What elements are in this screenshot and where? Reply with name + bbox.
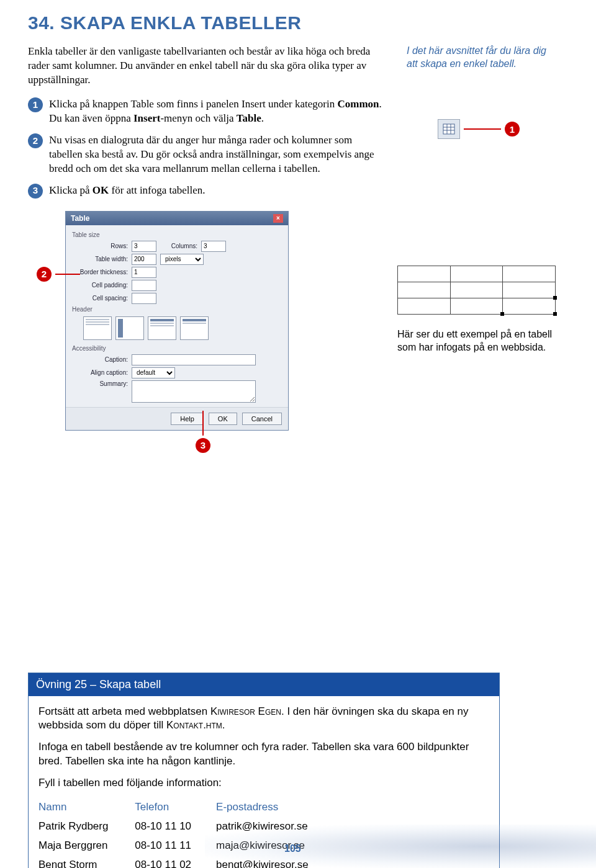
steps-list: 1 Klicka på knappen Table som finns i pa… <box>28 97 382 199</box>
cols-input[interactable] <box>201 241 226 252</box>
callout-badge-3: 3 <box>196 438 210 453</box>
section-header: Header <box>72 306 282 313</box>
exercise-p3: Fyll i tabellen med följande information… <box>38 776 489 790</box>
svg-rect-0 <box>443 124 454 134</box>
footer-graphic <box>205 825 596 868</box>
preset-left[interactable] <box>115 316 144 340</box>
step-2-text: Nu visas en dialogruta där du anger hur … <box>49 133 382 176</box>
table-dialog: Table × Table size Rows: Columns: Table … <box>65 211 289 431</box>
callout-badge-1: 1 <box>505 122 520 136</box>
width-unit-select[interactable]: pixels <box>160 254 204 265</box>
cellpad-label: Cell padding: <box>72 282 128 289</box>
rows-input[interactable] <box>132 241 156 252</box>
callout-2: 2 <box>37 267 80 282</box>
col-phone: Telefon <box>135 798 216 817</box>
step-badge-1: 1 <box>28 97 43 112</box>
caption-label: Caption: <box>72 356 128 363</box>
callout-1: 1 <box>438 119 520 139</box>
cellspace-label: Cell spacing: <box>72 295 128 302</box>
cellspace-input[interactable] <box>132 293 156 304</box>
align-select[interactable]: default <box>132 367 175 378</box>
callout-3: 3 <box>196 411 210 453</box>
align-label: Align caption: <box>72 369 128 376</box>
table-icon[interactable] <box>438 119 460 139</box>
preset-top[interactable] <box>148 316 176 340</box>
col-name: Namn <box>38 798 135 817</box>
callout-badge-2: 2 <box>37 267 52 282</box>
border-label: Border thickness: <box>72 269 128 275</box>
page-heading: 34. SKAPA ENKLA TABELLER <box>28 12 553 34</box>
step-3-text: Klicka på OK för att infoga tabellen. <box>49 184 382 199</box>
cellpad-input[interactable] <box>132 280 156 291</box>
example-caption: Här ser du ett exempel på en tabell som … <box>397 328 559 354</box>
step-badge-2: 2 <box>28 133 43 148</box>
header-presets <box>83 316 282 340</box>
border-input[interactable] <box>132 267 156 278</box>
cancel-button[interactable]: Cancel <box>242 413 282 425</box>
exercise-p2: Infoga en tabell bestående av tre kolumn… <box>38 740 489 769</box>
col-email: E-postadress <box>216 798 333 817</box>
page-number: 105 <box>284 843 301 854</box>
section-tablesize: Table size <box>72 231 282 238</box>
exercise-title: Övning 25 – Skapa tabell <box>29 673 499 696</box>
intro-paragraph: Enkla tabeller är den vanligaste tabellv… <box>28 45 382 87</box>
ok-button[interactable]: OK <box>209 413 237 425</box>
caption-input[interactable] <box>132 354 256 365</box>
summary-input[interactable] <box>132 380 256 403</box>
side-note: I det här avsnittet får du lära dig att … <box>407 45 553 87</box>
width-label: Table width: <box>72 256 128 262</box>
rows-label: Rows: <box>72 243 128 249</box>
preset-both[interactable] <box>180 316 209 340</box>
exercise-p1: Fortsätt att arbeta med webbplatsen Kiwi… <box>38 705 489 733</box>
step-1-text: Klicka på knappen Table som finns i pane… <box>49 97 382 126</box>
summary-label: Summary: <box>72 380 128 387</box>
cols-label: Columns: <box>160 243 197 249</box>
step-badge-3: 3 <box>28 184 43 199</box>
width-input[interactable] <box>132 254 156 265</box>
dialog-title: Table <box>71 214 89 223</box>
close-icon[interactable]: × <box>273 214 283 223</box>
example-table <box>397 266 556 315</box>
preset-none[interactable] <box>83 316 112 340</box>
section-access: Accessibility <box>72 345 282 352</box>
